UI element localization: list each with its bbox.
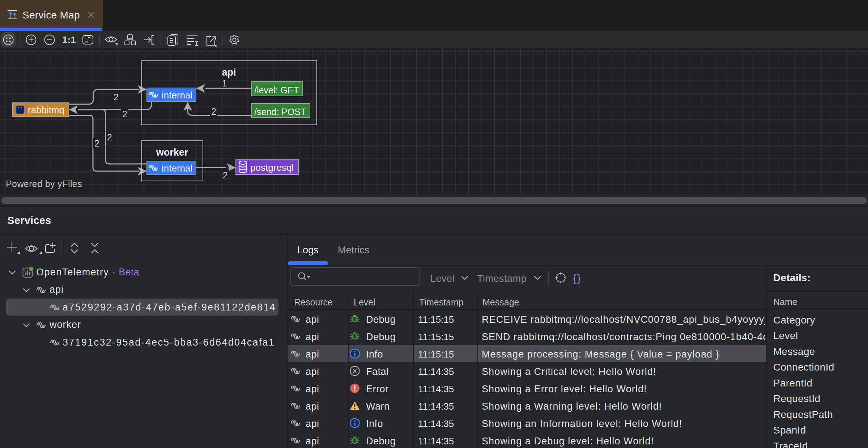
- svg-text:internal: internal: [162, 90, 192, 101]
- svg-text:rabbitmq: rabbitmq: [28, 105, 64, 115]
- svg-text:postgresql: postgresql: [250, 162, 294, 173]
- svg-text:2: 2: [211, 106, 216, 117]
- svg-text:internal: internal: [162, 163, 192, 174]
- svg-text:/send: POST: /send: POST: [254, 107, 306, 117]
- svg-text:2: 2: [122, 109, 127, 119]
- svg-text:api: api: [222, 67, 236, 78]
- svg-text:1:1: 1:1: [62, 34, 76, 45]
- svg-text:2: 2: [114, 92, 119, 102]
- svg-text:/level: GET: /level: GET: [254, 85, 299, 95]
- svg-text:2: 2: [223, 170, 228, 180]
- svg-text:worker: worker: [156, 147, 188, 158]
- svg-text:1: 1: [222, 78, 227, 88]
- svg-text:2: 2: [94, 138, 99, 148]
- svg-text:2: 2: [107, 132, 112, 142]
